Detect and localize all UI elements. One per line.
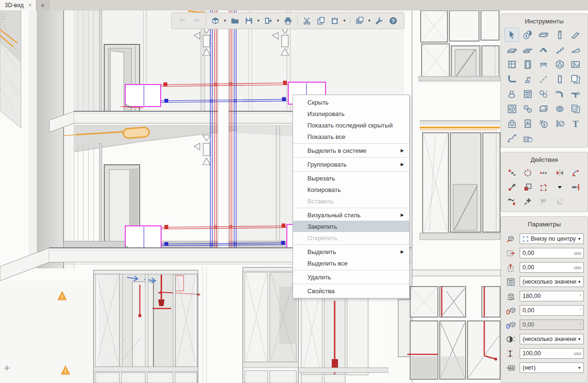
- tool-opening-icon[interactable]: [520, 43, 535, 57]
- tool-select-cursor-icon[interactable]: [504, 28, 519, 42]
- action-offset-icon[interactable]: [568, 181, 583, 193]
- tool-wall-icon[interactable]: [536, 28, 551, 42]
- action-rotate-icon[interactable]: [568, 167, 583, 179]
- windows-dropdown-caret[interactable]: ▼: [367, 14, 372, 27]
- param-elevation-input[interactable]: 100,00мм: [520, 348, 584, 359]
- tool-door-icon[interactable]: [520, 57, 535, 72]
- paste-button[interactable]: [328, 14, 341, 27]
- param-style-select[interactable]: (несколько значени▼: [520, 277, 584, 287]
- action-scale-icon[interactable]: [520, 181, 535, 193]
- export-dropdown-caret[interactable]: ▼: [275, 14, 281, 27]
- param-offset-x-input[interactable]: 0,00мм: [520, 248, 584, 258]
- menu-item-группировать[interactable]: Группировать▶: [293, 159, 409, 170]
- tool-sanitary-equipment-icon[interactable]: [504, 87, 519, 101]
- tool-pipe-tee-icon[interactable]: [568, 87, 583, 101]
- tool-dimension-icon[interactable]: [552, 117, 567, 131]
- cut-button[interactable]: [301, 14, 314, 27]
- dropdown-caret-icon[interactable]: ▼: [577, 337, 581, 341]
- selected-radiator-1[interactable]: [120, 85, 161, 108]
- action-move-icon[interactable]: [504, 181, 519, 193]
- dropdown-caret-icon[interactable]: ▼: [577, 280, 581, 284]
- param-rotation-z-input[interactable]: 180,00°: [520, 291, 584, 301]
- tool-text-icon[interactable]: T: [568, 117, 583, 131]
- menu-item-выделить-все[interactable]: Выделить все: [293, 257, 409, 269]
- menu-item-выделить[interactable]: Выделить▶: [293, 246, 409, 257]
- tool-electric-socket-icon[interactable]: [568, 102, 583, 116]
- param-offset-y-input[interactable]: 0,00мм: [520, 262, 584, 273]
- tool-water-system-icon[interactable]: [536, 87, 551, 101]
- menu-item-закрепить[interactable]: Закрепить: [293, 221, 409, 232]
- tool-shaft-icon[interactable]: [552, 72, 567, 86]
- tool-pipe-route-icon[interactable]: [504, 72, 519, 86]
- param-insertion-point-select[interactable]: Внизу по центру▼: [520, 234, 584, 244]
- tool-electric-panel-icon[interactable]: [520, 117, 535, 131]
- selected-radiator-3[interactable]: [120, 226, 161, 250]
- tool-round-duct-icon[interactable]: [552, 102, 567, 116]
- print-button[interactable]: [282, 14, 294, 27]
- tool-floor-icon[interactable]: [504, 43, 519, 57]
- action-more-dropdown-icon[interactable]: [552, 181, 567, 193]
- tool-spline-icon[interactable]: [504, 131, 519, 146]
- menu-item-скрыть[interactable]: Скрыть: [293, 96, 409, 108]
- redo-button[interactable]: [190, 14, 203, 27]
- new-tab-button[interactable]: +: [36, 0, 49, 11]
- action-linear-array-icon[interactable]: [536, 167, 551, 179]
- tool-column-icon[interactable]: [552, 28, 567, 42]
- menu-item-визуальный-стиль[interactable]: Визуальный стиль▶: [293, 209, 409, 221]
- windows-button[interactable]: [353, 14, 366, 27]
- menu-item-удалить[interactable]: Удалить: [293, 271, 409, 283]
- menu-item-изолировать[interactable]: Изолировать: [293, 108, 409, 119]
- undo-button[interactable]: [176, 14, 189, 27]
- save-dropdown-caret[interactable]: ▼: [256, 14, 261, 27]
- action-mirror-icon[interactable]: [552, 167, 567, 179]
- open-folder-button[interactable]: [229, 14, 241, 27]
- tool-stairs-icon[interactable]: [552, 43, 567, 57]
- tool-mechanical-equipment-icon[interactable]: [520, 87, 535, 101]
- tool-pump-icon[interactable]: [520, 102, 535, 116]
- settings-wrench-button[interactable]: [373, 14, 386, 27]
- tool-ramp-icon[interactable]: [568, 43, 583, 57]
- tab-close-icon[interactable]: ×: [28, 2, 32, 9]
- tool-object-styles-icon[interactable]: [520, 28, 535, 42]
- save-button[interactable]: [242, 14, 255, 27]
- view-3d-button[interactable]: [209, 14, 222, 27]
- tool-plumbing-fixture-icon[interactable]: [520, 72, 535, 86]
- copy-button[interactable]: [315, 14, 327, 27]
- tool-room-icon[interactable]: [552, 57, 567, 72]
- tool-wiring-icon[interactable]: [536, 117, 551, 131]
- tool-window-icon[interactable]: [504, 57, 519, 72]
- tab-3d-view[interactable]: 3D-вид ×: [0, 0, 36, 11]
- menu-item-выделить-в-системе[interactable]: Выделить в системе▶: [293, 145, 409, 156]
- param-rotation-x-input[interactable]: 0,00°: [520, 305, 584, 316]
- menu-item-показать-все[interactable]: Показать все: [293, 131, 409, 142]
- export-button[interactable]: [262, 14, 275, 27]
- tool-roof-icon[interactable]: [536, 43, 551, 57]
- action-move-copy-icon[interactable]: [504, 167, 519, 179]
- menu-item-свойства[interactable]: Свойства: [293, 285, 409, 297]
- tool-duct-icon[interactable]: [536, 102, 551, 116]
- tool-beam-icon[interactable]: [568, 28, 583, 42]
- menu-item-показать-последний-скрытый[interactable]: Показать последний скрытый: [293, 119, 409, 131]
- tool-axis-line-icon[interactable]: [536, 72, 551, 86]
- param-rotation-y-icon: [505, 319, 516, 330]
- tool-luminaire-icon[interactable]: [504, 117, 519, 131]
- view-3d-dropdown-caret[interactable]: ▼: [222, 14, 228, 27]
- action-measure-icon[interactable]: [504, 196, 519, 207]
- dropdown-caret-icon[interactable]: ▼: [577, 237, 581, 241]
- help-button[interactable]: ?: [387, 14, 400, 27]
- tool-fan-icon[interactable]: [504, 102, 519, 116]
- tool-furniture-icon[interactable]: [536, 57, 551, 72]
- action-circular-array-icon[interactable]: [520, 167, 535, 179]
- menu-item-копировать[interactable]: Копировать: [293, 184, 409, 195]
- tool-hatch-icon[interactable]: [520, 131, 535, 146]
- dropdown-caret-icon[interactable]: ▼: [577, 366, 581, 370]
- action-pin-icon[interactable]: [520, 196, 535, 207]
- action-edit-group-icon[interactable]: [536, 181, 551, 193]
- menu-item-вырезать[interactable]: Вырезать: [293, 172, 409, 184]
- tool-image-icon[interactable]: [568, 57, 583, 72]
- param-level-select[interactable]: (несколько значени▼: [520, 334, 584, 344]
- tool-pipe-fitting-icon[interactable]: [552, 87, 567, 101]
- paste-dropdown-caret[interactable]: ▼: [342, 14, 347, 27]
- param-mark-select[interactable]: (нет)▼: [520, 362, 584, 373]
- tool-equipment-icon[interactable]: [568, 72, 583, 86]
